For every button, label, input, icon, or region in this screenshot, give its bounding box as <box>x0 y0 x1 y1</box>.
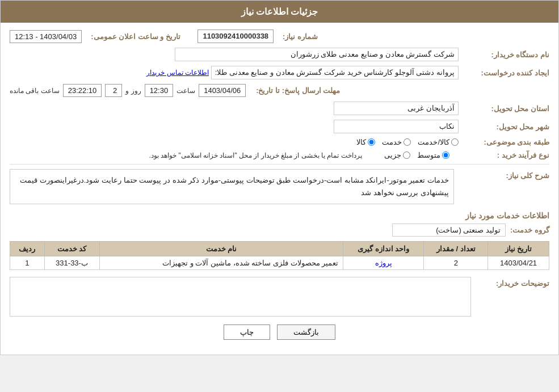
date-elan-value: 1403/04/03 - 12:13 <box>10 30 82 43</box>
tabaqe-option-kala-khedmat[interactable]: کالا/خدمت <box>418 138 459 146</box>
col-tedad: تعداد / مقدار <box>424 242 488 256</box>
nofarand-label: نوع فرآیند خرید : <box>459 151 549 159</box>
mohlat-row: مهلت ارسال پاسخ: تا تاریخ: 1403/04/06 سا… <box>10 84 549 97</box>
cell-tedad: 2 <box>424 256 488 270</box>
name-darkhast-row: نام دستگاه خریدار: شرکت گسترش معادن و صن… <box>10 48 549 61</box>
col-vahed: واحد اندازه گیری <box>343 242 424 256</box>
nofarand-option-jozi[interactable]: جزیی <box>384 151 410 159</box>
col-name: نام خدمت <box>99 242 343 256</box>
ostan-row: استان محل تحویل: آذربایجان غربی <box>10 102 549 115</box>
ijad-link[interactable]: اطلاعات تماس خریدار <box>146 69 209 77</box>
name-darkhast-value: شرکت گسترش معادن و صنایع معدنی طلای زرشو… <box>175 48 459 61</box>
sharh-value: خدمات تعمیر موتور-ایرانکد مشابه است-درخو… <box>20 176 449 197</box>
goroh-label: گروه خدمت: <box>510 226 549 234</box>
cell-radif: 1 <box>10 256 45 270</box>
remaining-value: 23:22:10 <box>63 84 102 97</box>
tabaqe-option-kala[interactable]: کالا <box>356 138 375 146</box>
ijad-value: پروانه دشتی آلوجلو کارشناس خرید شرکت گست… <box>211 66 459 79</box>
rooz-value: 2 <box>105 84 122 97</box>
shahr-row: شهر محل تحویل: نکاب <box>10 120 549 133</box>
shahr-value: نکاب <box>334 120 459 133</box>
saat-label: ساعت <box>176 87 195 95</box>
table-header-row: تاریخ نیاز تعداد / مقدار واحد اندازه گیر… <box>10 242 549 256</box>
goroh-row: گروه خدمت: تولید صنعتی (ساخت) <box>10 224 549 237</box>
cell-kod: ب-33-331 <box>44 256 99 270</box>
tabaqe-radio-kala-khedmat[interactable] <box>451 138 459 146</box>
mohlat-date: 1403/04/06 <box>199 84 246 97</box>
tabaqe-label-khedmat: خدمت <box>382 138 402 146</box>
tabaqe-label-kala-khedmat: کالا/خدمت <box>418 138 449 146</box>
items-table: تاریخ نیاز تعداد / مقدار واحد اندازه گیر… <box>10 241 549 270</box>
mohlat-label: مهلت ارسال پاسخ: تا تاریخ: <box>249 86 340 95</box>
info-table-section: اطلاعات خدمات مورد نیاز گروه خدمت: تولید… <box>10 211 549 270</box>
col-tarikh: تاریخ نیاز <box>488 242 549 256</box>
chap-button[interactable]: چاپ <box>224 324 270 340</box>
shomare-value: 1103092410000338 <box>197 29 274 43</box>
tozi-label: توضیحات خریدار: <box>476 279 549 288</box>
nofarand-radio-jozi[interactable] <box>403 151 410 159</box>
remaining-label: ساعت باقی مانده <box>10 87 60 95</box>
tabaqe-radio-khedmat[interactable] <box>404 138 411 146</box>
nofarand-label-jozi: جزیی <box>384 151 401 159</box>
tabaqe-radio-kala[interactable] <box>368 138 375 146</box>
ijad-row: ایجاد کننده درخواست: پروانه دشتی آلوجلو … <box>10 66 549 79</box>
amliyat-title: اطلاعات خدمات مورد نیاز <box>10 211 549 220</box>
goroh-value: تولید صنعتی (ساخت) <box>392 224 506 237</box>
page-title: جزئیات اطلاعات نیاز <box>241 7 318 16</box>
sharh-box: خدمات تعمیر موتور-ایرانکد مشابه است-درخو… <box>10 169 454 204</box>
cell-name: تعمیر محصولات فلزی ساخته شده، ماشین آلات… <box>99 256 343 270</box>
saat-value: 12:30 <box>145 84 174 97</box>
content-area: شماره نیاز: 1103092410000338 تاریخ و ساع… <box>1 23 558 355</box>
bazgasht-button[interactable]: بازگشت <box>277 324 335 340</box>
table-row: 1403/04/21 2 پروژه تعمیر محصولات فلزی سا… <box>10 256 549 270</box>
nofarand-radio-group: متوسط جزیی <box>384 151 449 159</box>
shomare-row: شماره نیاز: 1103092410000338 تاریخ و ساع… <box>10 29 549 43</box>
rooz-label: روز و <box>125 87 141 95</box>
shomare-label: شماره نیاز: <box>278 32 318 41</box>
shahr-label: شهر محل تحویل: <box>459 123 549 131</box>
tabaqe-label-kala: کالا <box>356 138 366 146</box>
page-wrapper: جزئیات اطلاعات نیاز شماره نیاز: 11030924… <box>0 0 559 355</box>
nofarand-note: پرداخت تمام یا بخشی از مبلغ خریدار از مح… <box>149 151 362 159</box>
tozi-section: توضیحات خریدار: <box>10 277 549 317</box>
col-kod: کد خدمت <box>44 242 99 256</box>
nofarand-option-motavasset[interactable]: متوسط <box>417 151 449 159</box>
tozi-box <box>10 277 471 317</box>
ostan-value: آذربایجان غربی <box>334 102 459 115</box>
date-elan-label: تاریخ و ساعت اعلان عمومی: <box>86 32 180 41</box>
name-darkhast-label: نام دستگاه خریدار: <box>459 50 549 59</box>
nofarand-row: نوع فرآیند خرید : متوسط جزیی پرداخت تمام… <box>10 151 549 159</box>
ostan-label: استان محل تحویل: <box>459 104 549 113</box>
sharh-label: شرح کلی نیاز: <box>459 171 549 180</box>
tabaqe-option-khedmat[interactable]: خدمت <box>382 138 411 146</box>
col-radif: ردیف <box>10 242 45 256</box>
tabaqe-label: طبقه بندی موضوعی: <box>459 138 549 146</box>
sharh-section: شرح کلی نیاز: خدمات تعمیر موتور-ایرانکد … <box>10 169 549 204</box>
buttons-row: بازگشت چاپ <box>10 324 549 340</box>
nofarand-radio-motavasset[interactable] <box>442 151 449 159</box>
tabaqe-radio-group: کالا/خدمت خدمت کالا <box>356 138 459 146</box>
cell-tarikh: 1403/04/21 <box>488 256 549 270</box>
tabaqe-row: طبقه بندی موضوعی: کالا/خدمت خدمت کالا <box>10 138 549 146</box>
ijad-label: ایجاد کننده درخواست: <box>459 69 549 77</box>
nofarand-label-motavasset: متوسط <box>417 151 440 159</box>
cell-vahed: پروژه <box>343 256 424 270</box>
page-header: جزئیات اطلاعات نیاز <box>1 1 558 23</box>
